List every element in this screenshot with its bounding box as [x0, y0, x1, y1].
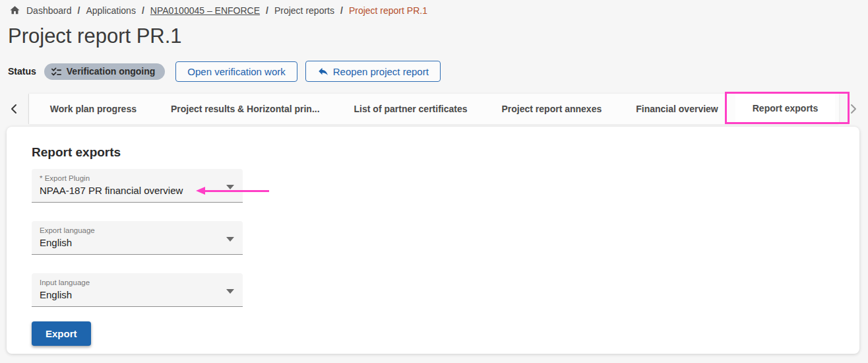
- reopen-project-report-button[interactable]: Reopen project report: [305, 61, 441, 82]
- breadcrumb-item-current: Project report PR.1: [349, 5, 427, 16]
- breadcrumb-separator: /: [340, 5, 343, 16]
- tab-financial-overview[interactable]: Financial overview: [619, 94, 735, 124]
- tab-partner-certificates[interactable]: List of partner certificates: [337, 94, 485, 124]
- checklist-icon: [51, 66, 62, 77]
- input-language-select[interactable]: Input language English: [32, 273, 243, 307]
- export-plugin-select[interactable]: * Export Plugin NPAA-187 PR financial ov…: [32, 169, 243, 203]
- export-plugin-field-wrap: * Export Plugin NPAA-187 PR financial ov…: [32, 169, 243, 203]
- tab-strip: Work plan progress Project results & Hor…: [29, 94, 840, 124]
- export-plugin-label: * Export Plugin: [40, 174, 220, 182]
- open-verification-work-label: Open verification work: [187, 66, 285, 77]
- report-exports-panel: Report exports * Export Plugin NPAA-187 …: [7, 127, 859, 354]
- status-row: Status Verification ongoing Open verific…: [8, 61, 868, 82]
- tab-work-plan-progress[interactable]: Work plan progress: [33, 94, 154, 124]
- input-language-field-wrap: Input language English: [32, 273, 243, 307]
- page-title: Project report PR.1: [8, 24, 868, 48]
- input-language-value: English: [40, 289, 220, 300]
- breadcrumb-item-application-id[interactable]: NPA0100045 – ENFORCE: [150, 5, 260, 16]
- status-badge: Verification ongoing: [44, 63, 166, 80]
- export-language-label: Export language: [40, 226, 220, 234]
- breadcrumb-separator: /: [266, 5, 268, 16]
- home-icon[interactable]: [9, 5, 20, 16]
- caret-down-icon: [226, 185, 234, 189]
- tab-report-exports-label: Report exports: [753, 103, 819, 114]
- tab-report-exports[interactable]: Report exports: [735, 94, 836, 124]
- caret-down-icon: [226, 237, 234, 242]
- tab-project-results[interactable]: Project results & Horizontal prin...: [154, 94, 337, 124]
- chevron-right-icon: [849, 104, 858, 114]
- breadcrumb: Dashboard / Applications / NPA0100045 – …: [0, 0, 868, 16]
- export-button[interactable]: Export: [32, 321, 91, 346]
- breadcrumb-separator: /: [142, 5, 144, 16]
- export-language-value: English: [40, 237, 220, 248]
- panel-heading: Report exports: [32, 145, 859, 160]
- breadcrumb-item-dashboard[interactable]: Dashboard: [26, 5, 72, 16]
- breadcrumb-separator: /: [78, 5, 80, 16]
- tabs-scroll-right-button[interactable]: [839, 94, 868, 124]
- status-label: Status: [8, 66, 36, 77]
- tabs-scroll-left-button[interactable]: [0, 94, 29, 124]
- caret-down-icon: [226, 289, 234, 294]
- export-plugin-value: NPAA-187 PR financial overview: [40, 185, 220, 196]
- breadcrumb-item-project-reports[interactable]: Project reports: [274, 5, 334, 16]
- export-language-field-wrap: Export language English: [32, 221, 243, 255]
- undo-icon: [317, 65, 329, 77]
- tab-bar: Work plan progress Project results & Hor…: [0, 94, 868, 124]
- chevron-left-icon: [9, 104, 18, 114]
- breadcrumb-item-applications[interactable]: Applications: [86, 5, 136, 16]
- tab-project-report-annexes[interactable]: Project report annexes: [485, 94, 619, 124]
- open-verification-work-button[interactable]: Open verification work: [175, 61, 297, 82]
- reopen-project-report-label: Reopen project report: [333, 66, 429, 77]
- input-language-label: Input language: [40, 279, 220, 286]
- export-language-select[interactable]: Export language English: [32, 221, 243, 255]
- status-badge-text: Verification ongoing: [67, 66, 156, 77]
